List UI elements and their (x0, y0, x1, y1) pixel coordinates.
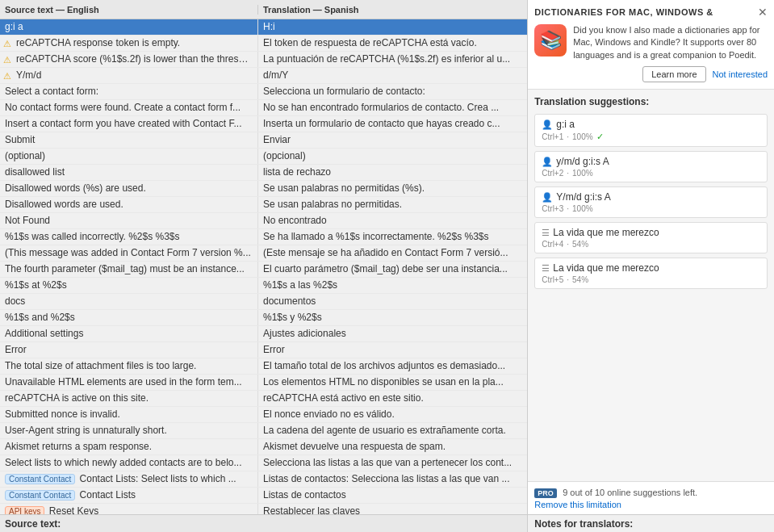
remove-limitation-link[interactable]: Remove this limitation (534, 500, 768, 509)
cell-source: API keys Reset Keys (0, 504, 258, 514)
table-row[interactable]: disallowed listlista de rechazo (0, 165, 527, 181)
table-row[interactable]: API keys Reset KeysRestablecer las clave… (0, 504, 527, 514)
table-row[interactable]: Select lists to which newly added contac… (0, 455, 527, 471)
cell-translation: Se usan palabras no permitidas (%s). (258, 181, 527, 196)
table-row[interactable]: Submitted nonce is invalid.El nonce envi… (0, 407, 527, 423)
table-row[interactable]: Disallowed words are used.Se usan palabr… (0, 197, 527, 213)
tag-badge: Constant Contact (5, 474, 75, 484)
table-row[interactable]: (This message was added in Contact Form … (0, 245, 527, 262)
cell-source: The total size of attachment files is to… (0, 358, 258, 374)
cell-source: ⚠reCAPTCHA score (%1$s.2f) is lower than… (0, 52, 258, 67)
suggestion-header: 👤y/m/d g:i:s A (542, 156, 760, 167)
pro-limit-row: PRO 9 out of 10 online suggestions left. (534, 487, 768, 498)
cell-translation: (Este mensaje se ha añadido en Contact F… (258, 245, 527, 261)
table-row[interactable]: %1$s was called incorrectly. %2$s %3$sSe… (0, 229, 527, 245)
table-row[interactable]: ⚠reCAPTCHA score (%1$s.2f) is lower than… (0, 52, 527, 68)
table-row[interactable]: reCAPTCHA is active on this site.reCAPTC… (0, 391, 527, 407)
cell-translation: Listas de contactos: Selecciona las list… (258, 471, 527, 487)
table-row[interactable]: User-Agent string is unnaturally short.L… (0, 423, 527, 439)
cell-translation: %1$s a las %2$s (258, 278, 527, 293)
table-row[interactable]: %1$s and %2$s%1$s y %2$s (0, 310, 527, 326)
table-row[interactable]: ⚠reCAPTCHA response token is empty.El to… (0, 36, 527, 52)
cell-source: disallowed list (0, 165, 258, 180)
cell-translation: Los elementos HTML no disponibles se usa… (258, 375, 527, 390)
table-row[interactable]: No contact forms were found. Create a co… (0, 100, 527, 116)
cell-translation: El cuarto parámetro ($mail_tag) debe ser… (258, 262, 527, 277)
dict-promo-content: 📚 Did you know I also made a dictionarie… (534, 24, 768, 82)
dict-close-button[interactable]: ✕ (758, 6, 768, 18)
table-row[interactable]: docsdocumentos (0, 294, 527, 310)
table-row[interactable]: Disallowed words (%s) are used.Se usan p… (0, 181, 527, 197)
table-row[interactable]: g:i aH:i (0, 19, 527, 36)
table-row[interactable]: Unavailable HTML elements are used in th… (0, 375, 527, 391)
cell-translation: (opcional) (258, 149, 527, 164)
cell-translation: H:i (258, 19, 527, 35)
suggestion-meta: Ctrl+4 · 54% (542, 240, 760, 249)
suggestion-text: g:i a (556, 119, 575, 130)
dict-promo-body: Did you know I also made a dictionaries … (573, 24, 768, 82)
cell-translation: Selecciona un formulario de contacto: (258, 84, 527, 99)
suggestion-item[interactable]: ☰La vida que me merezcoCtrl+5 · 54% (534, 258, 768, 289)
source-text-label: Source text: (5, 518, 61, 530)
person-icon: 👤 (542, 192, 553, 203)
list-icon: ☰ (542, 263, 550, 274)
warning-icon: ⚠ (3, 38, 11, 48)
right-panel: DICTIONARIES FOR MAC, WINDOWS & ✕ 📚 Did … (528, 0, 774, 532)
suggestion-item[interactable]: ☰La vida que me merezcoCtrl+4 · 54% (534, 222, 768, 253)
warning-icon: ⚠ (3, 70, 11, 81)
notes-section: Notes for translators: (528, 514, 774, 532)
cell-source: No contact forms were found. Create a co… (0, 100, 258, 115)
suggestion-score: 54% (572, 240, 588, 249)
suggestion-item[interactable]: 👤g:i aCtrl+1 · 100% ✓ (534, 114, 768, 147)
cell-source: docs (0, 294, 258, 309)
table-row[interactable]: (optional)(opcional) (0, 149, 527, 165)
cell-source: Error (0, 342, 258, 358)
cell-translation: Se usan palabras no permitidas. (258, 197, 527, 212)
cell-translation: lista de rechazo (258, 165, 527, 180)
cell-source: (This message was added in Contact Form … (0, 245, 258, 261)
table-row[interactable]: Additional settingsAjustes adicionales (0, 326, 527, 342)
table-row[interactable]: %1$s at %2$s%1$s a las %2$s (0, 278, 527, 294)
suggestion-item[interactable]: 👤y/m/d g:i:s ACtrl+2 · 100% (534, 151, 768, 182)
not-interested-link[interactable]: Not interested (713, 69, 768, 79)
translation-table[interactable]: g:i aH:i⚠reCAPTCHA response token is emp… (0, 19, 527, 514)
cell-source: User-Agent string is unnaturally short. (0, 423, 258, 438)
suggestion-score: 54% (572, 275, 588, 284)
table-row[interactable]: ⚠Y/m/dd/m/Y (0, 68, 527, 84)
table-row[interactable]: Not FoundNo encontrado (0, 213, 527, 229)
learn-more-button[interactable]: Learn more (642, 66, 705, 82)
cell-source: Constant Contact Contact Lists: Select l… (0, 471, 258, 487)
cell-source: Disallowed words (%s) are used. (0, 181, 258, 196)
cell-translation: Enviar (258, 132, 527, 148)
suggestion-text: La vida que me merezco (553, 227, 659, 238)
table-row[interactable]: ErrorError (0, 342, 527, 358)
score-check-icon: ✓ (596, 132, 604, 142)
left-panel: Source text — English Translation — Span… (0, 0, 528, 532)
table-row[interactable]: The total size of attachment files is to… (0, 358, 527, 375)
suggestion-item[interactable]: 👤Y/m/d g:i:s ACtrl+3 · 100% (534, 186, 768, 218)
cell-translation: La cadena del agente de usuario es extra… (258, 423, 527, 438)
cell-translation: La puntuación de reCAPTCHA (%1$s.2f) es … (258, 52, 527, 67)
table-row[interactable]: SubmitEnviar (0, 132, 527, 149)
table-row[interactable]: The fourth parameter ($mail_tag) must be… (0, 262, 527, 278)
table-row[interactable]: Insert a contact form you have created w… (0, 116, 527, 132)
cell-translation: El token de respuesta de reCAPTCHA está … (258, 36, 527, 51)
table-row[interactable]: Constant Contact Contact Lists: Select l… (0, 471, 527, 488)
suggestion-meta: Ctrl+1 · 100% ✓ (542, 132, 760, 142)
table-row[interactable]: Constant Contact Contact ListsListas de … (0, 488, 527, 504)
table-row[interactable]: Select a contact form:Selecciona un form… (0, 84, 527, 100)
cell-translation: Akismet devuelve una respuesta de spam. (258, 439, 527, 455)
table-row[interactable]: Akismet returns a spam response.Akismet … (0, 439, 527, 455)
suggestion-header: ☰La vida que me merezco (542, 227, 760, 238)
tag-badge: API keys (5, 506, 44, 514)
cell-translation: Error (258, 342, 527, 358)
cell-translation: No se han encontrado formularios de cont… (258, 100, 527, 115)
suggestion-text: y/m/d g:i:s A (556, 156, 609, 167)
cell-source: Disallowed words are used. (0, 197, 258, 212)
list-icon: ☰ (542, 228, 550, 238)
cell-source: Submitted nonce is invalid. (0, 407, 258, 422)
cell-source: Select a contact form: (0, 84, 258, 99)
cell-source: Insert a contact form you have created w… (0, 116, 258, 132)
suggestions-list: 👤g:i aCtrl+1 · 100% ✓👤y/m/d g:i:s ACtrl+… (534, 114, 768, 289)
suggestions-panel: Translation suggestions: 👤g:i aCtrl+1 · … (528, 90, 774, 481)
